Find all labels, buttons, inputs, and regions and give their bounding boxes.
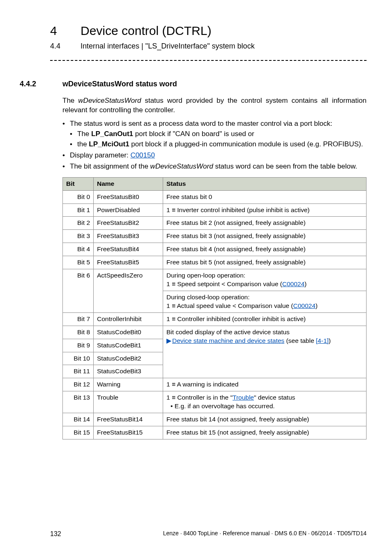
cell-bit: Bit 3 — [63, 230, 94, 243]
table-row: Bit 5 FreeStatusBit5 Free status bit 5 (… — [63, 256, 367, 269]
chapter-title: Device control (DCTRL) — [81, 23, 211, 39]
bullet-1: The status word is sent as a process dat… — [62, 119, 367, 149]
cell-status: Free status bit 2 (not assigned, freely … — [163, 217, 367, 230]
table-row: Bit 6 ActSpeedIsZero During open-loop op… — [63, 269, 367, 291]
th-status: Status — [163, 177, 367, 190]
cell-bit: Bit 14 — [63, 413, 94, 426]
closed-loop-value-post: ) — [316, 302, 318, 309]
link-c00024[interactable]: C00024 — [293, 302, 315, 309]
cell-name: Trouble — [94, 391, 163, 413]
b1b-pre: the — [77, 140, 89, 148]
link-device-state[interactable]: Device state machine and device states — [172, 337, 284, 344]
b3-italic: wDeviceStatusWord — [150, 162, 213, 170]
bullet-3: The bit assignment of the wDeviceStatusW… — [62, 162, 367, 171]
section-title: wDeviceStatusWord status word — [62, 79, 177, 89]
b1a-post: port block if "CAN on board" is used or — [133, 130, 254, 138]
bitcoded-intro: Bit coded display of the active device s… — [166, 328, 290, 335]
bullet-2: Display parameter: C00150 — [62, 151, 367, 160]
intro-italic: wDeviceStatusWord — [78, 97, 141, 104]
link-table-4-1[interactable]: [4-1] — [316, 337, 329, 344]
cell-status: Free status bit 3 (not assigned, freely … — [163, 230, 367, 243]
footer-text: Lenze · 8400 TopLine · Reference manual … — [163, 530, 367, 539]
cell-bit: Bit 5 — [63, 256, 94, 269]
cell-bit: Bit 6 — [63, 269, 94, 313]
cell-name: FreeStatusBit14 — [94, 413, 163, 426]
cell-bit: Bit 2 — [63, 217, 94, 230]
cell-name: ActSpeedIsZero — [94, 269, 163, 313]
ds-close: ) — [329, 337, 331, 344]
cell-bit: Bit 9 — [63, 339, 94, 352]
open-loop-value-post: ) — [304, 280, 307, 287]
table-header-row: Bit Name Status — [63, 177, 367, 190]
table-row: Bit 13 Trouble 1 ≡ Controller is in the … — [63, 391, 367, 413]
cell-status: Free status bit 0 — [163, 190, 367, 204]
cell-status: Bit coded display of the active device s… — [163, 326, 367, 378]
b3-post: status word can be seen from the table b… — [213, 162, 357, 170]
section-number: 4.4.2 — [20, 79, 45, 89]
cell-status: Free status bit 5 (not assigned, freely … — [163, 256, 367, 269]
b1a-bold: LP_CanOut1 — [91, 130, 133, 138]
cell-bit: Bit 13 — [63, 391, 94, 413]
cell-bit: Bit 1 — [63, 204, 94, 217]
cell-bit: Bit 12 — [63, 378, 94, 391]
bullet-1b: the LP_MciOut1 port block if a plugged-i… — [70, 140, 367, 149]
closed-loop-label: During closed-loop operation: — [166, 294, 249, 301]
b1a-pre: The — [77, 130, 91, 138]
table-row: Bit 2 FreeStatusBit2 Free status bit 2 (… — [63, 217, 367, 230]
cell-bit: Bit 7 — [63, 312, 94, 326]
intro-text-a: The — [62, 97, 78, 104]
link-c00024[interactable]: C00024 — [282, 280, 304, 287]
table-row: Bit 14 FreeStatusBit14 Free status bit 1… — [63, 413, 367, 426]
table-row: Bit 3 FreeStatusBit3 Free status bit 3 (… — [63, 230, 367, 243]
divider — [50, 60, 367, 61]
open-loop-value-pre: 1 ≡ Speed setpoint < Comparison value ( — [166, 280, 282, 287]
cell-name: StatusCodeBit3 — [94, 365, 163, 378]
cell-bit: Bit 0 — [63, 190, 94, 204]
closed-loop-value-pre: 1 ≡ Actual speed value < Comparison valu… — [166, 302, 293, 309]
cell-name: Warning — [94, 378, 163, 391]
trouble-sub: • E.g. if an overvoltage has occurred. — [166, 402, 275, 409]
bullet-1a: The LP_CanOut1 port block if "CAN on boa… — [70, 130, 367, 139]
bullet-1-text: The status word is sent as a process dat… — [70, 120, 332, 127]
table-row: Bit 8 StatusCodeBit0 Bit coded display o… — [63, 326, 367, 339]
cell-status: 1 ≡ Inverter control inhibited (pulse in… — [163, 204, 367, 217]
cell-name: ControllerInhibit — [94, 312, 163, 326]
b3-pre: The bit assignment of the — [70, 162, 150, 170]
cell-status: During open-loop operation: 1 ≡ Speed se… — [163, 269, 367, 291]
th-name: Name — [94, 177, 163, 190]
cell-status: Free status bit 4 (not assigned, freely … — [163, 243, 367, 256]
subsection-title: Internal interfaces | "LS_DriveInterface… — [81, 41, 255, 51]
link-trouble[interactable]: Trouble — [233, 394, 254, 401]
cell-name: FreeStatusBit0 — [94, 190, 163, 204]
cell-bit: Bit 15 — [63, 426, 94, 439]
ds-post: (see table — [284, 337, 316, 344]
th-bit: Bit — [63, 177, 94, 190]
table-row: Bit 12 Warning 1 ≡ A warning is indicate… — [63, 378, 367, 391]
table-row: Bit 1 PowerDisabled 1 ≡ Inverter control… — [63, 204, 367, 217]
b1b-bold: LP_MciOut1 — [89, 140, 129, 148]
trouble-pre: 1 ≡ Controller is in the " — [166, 394, 233, 401]
link-c00150[interactable]: C00150 — [130, 151, 155, 159]
table-row: Bit 4 FreeStatusBit4 Free status bit 4 (… — [63, 243, 367, 256]
cell-status: Free status bit 15 (not assigned, freely… — [163, 426, 367, 439]
cell-status: 1 ≡ Controller is in the "Trouble" devic… — [163, 391, 367, 413]
page-number: 132 — [50, 530, 61, 539]
triangle-icon: ▶ — [166, 337, 171, 345]
b2-pre: Display parameter: — [70, 151, 130, 159]
intro-paragraph: The wDeviceStatusWord status word provid… — [62, 96, 367, 115]
cell-name: StatusCodeBit1 — [94, 339, 163, 352]
bit-assignment-table: Bit Name Status Bit 0 FreeStatusBit0 Fre… — [62, 177, 367, 439]
cell-name: FreeStatusBit4 — [94, 243, 163, 256]
chapter-number: 4 — [50, 23, 63, 39]
cell-name: PowerDisabled — [94, 204, 163, 217]
cell-name: StatusCodeBit0 — [94, 326, 163, 339]
subsection-number: 4.4 — [50, 41, 63, 51]
open-loop-label: During open-loop operation: — [166, 272, 245, 279]
cell-name: FreeStatusBit5 — [94, 256, 163, 269]
table-row: Bit 15 FreeStatusBit15 Free status bit 1… — [63, 426, 367, 439]
cell-bit: Bit 8 — [63, 326, 94, 339]
cell-name: FreeStatusBit2 — [94, 217, 163, 230]
cell-name: FreeStatusBit3 — [94, 230, 163, 243]
cell-bit: Bit 4 — [63, 243, 94, 256]
table-row: Bit 7 ControllerInhibit 1 ≡ Controller i… — [63, 312, 367, 326]
